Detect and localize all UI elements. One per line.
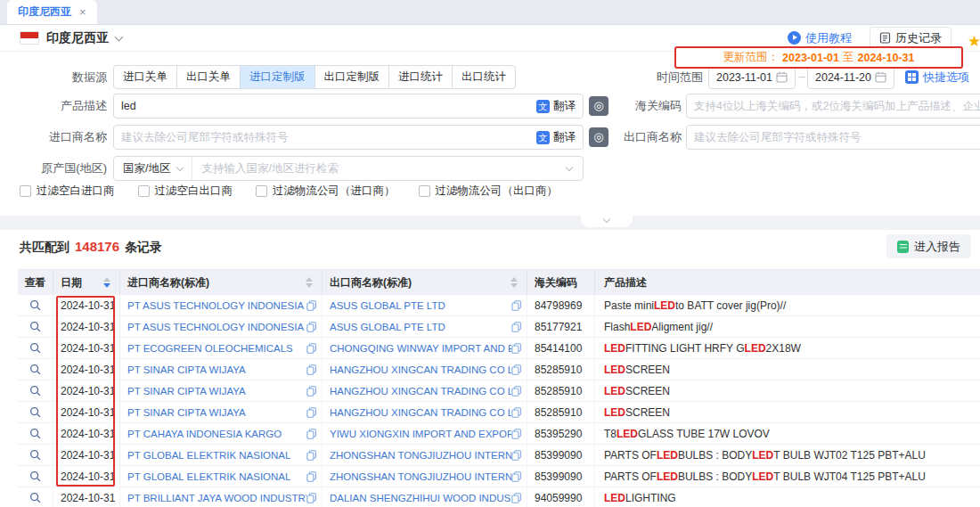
- checkbox-icon[interactable]: [256, 185, 267, 197]
- copy-icon[interactable]: [306, 450, 317, 461]
- filter-checkbox-3[interactable]: 过滤物流公司（进口商）: [256, 184, 396, 199]
- copy-icon[interactable]: [511, 493, 522, 503]
- sort-carets[interactable]: [103, 277, 110, 288]
- importer-input[interactable]: [121, 131, 536, 143]
- view-record-button[interactable]: [29, 449, 41, 461]
- copy-icon[interactable]: [511, 429, 522, 439]
- checkbox-icon[interactable]: [20, 185, 31, 197]
- exporter-link[interactable]: ZHONGSHAN TONGJIUZHOU INTERNA...: [330, 450, 511, 461]
- view-record-button[interactable]: [29, 470, 41, 482]
- filter-checkbox-2[interactable]: 过滤空白出口商: [138, 184, 233, 199]
- origin-label: 原产国(地区): [29, 156, 107, 181]
- datasource-tab-6[interactable]: 出口统计: [452, 65, 516, 89]
- exporter-link[interactable]: HANGZHOU XINGCAN TRADING CO LTD: [330, 364, 511, 375]
- importer-link[interactable]: PT ASUS TECHNOLOGY INDONESIA BA...: [127, 300, 306, 311]
- copy-icon[interactable]: [306, 364, 317, 375]
- exporter-link[interactable]: ASUS GLOBAL PTE LTD: [330, 300, 445, 311]
- copy-icon[interactable]: [306, 493, 317, 503]
- copy-icon[interactable]: [511, 450, 522, 461]
- hs-code-input[interactable]: [694, 100, 980, 112]
- sort-carets[interactable]: [510, 277, 518, 288]
- importer-link[interactable]: PT GLOBAL ELEKTRIK NASIONAL: [127, 471, 290, 482]
- table-row: 2024-10-31PT SINAR CIPTA WIJAYAHANGZHOU …: [18, 402, 980, 423]
- exporter-link[interactable]: CHONGQING WINWAY IMPORT AND E...: [330, 343, 511, 354]
- exporter-link[interactable]: HANGZHOU XINGCAN TRADING CO LTD: [330, 407, 511, 418]
- view-record-button[interactable]: [29, 406, 41, 418]
- star-icon[interactable]: ★: [968, 32, 980, 51]
- exporter-input[interactable]: [694, 131, 980, 143]
- importer-link[interactable]: PT BRILLIANT JAYA WOOD INDUSTRY: [127, 493, 306, 503]
- exporter-link[interactable]: ASUS GLOBAL PTE LTD: [330, 322, 445, 332]
- copy-icon[interactable]: [511, 300, 522, 311]
- quick-options-link[interactable]: 快捷选项: [905, 65, 969, 89]
- origin-type-dropdown[interactable]: 国家/地区: [114, 157, 192, 180]
- column-header[interactable]: 日期: [53, 270, 120, 295]
- importer-link[interactable]: PT SINAR CIPTA WIJAYA: [127, 386, 246, 397]
- copy-icon[interactable]: [306, 322, 317, 332]
- copy-icon[interactable]: [511, 364, 522, 375]
- exact-match-toggle[interactable]: ◎: [589, 127, 608, 147]
- view-record-button[interactable]: [29, 385, 41, 397]
- sort-desc-icon[interactable]: [103, 283, 110, 288]
- view-record-button[interactable]: [29, 492, 41, 503]
- exporter-link[interactable]: DALIAN SHENGZHIHUI WOOD INDUST...: [330, 493, 511, 503]
- column-header[interactable]: 出口商名称(标准): [323, 270, 527, 295]
- datasource-tab-5[interactable]: 进口统计: [388, 65, 453, 89]
- translate-button[interactable]: 文 翻译: [536, 99, 576, 114]
- copy-icon[interactable]: [511, 471, 522, 482]
- date-from-input[interactable]: 2023-11-01: [708, 65, 796, 89]
- browser-tab-indonesia[interactable]: 印度尼西亚 ×: [7, 0, 97, 24]
- sort-asc-icon[interactable]: [103, 277, 110, 282]
- view-record-button[interactable]: [29, 299, 41, 311]
- datasource-tab-2[interactable]: 出口关单: [176, 65, 241, 89]
- record-date: 2024-10-31: [53, 338, 120, 358]
- copy-icon[interactable]: [306, 429, 317, 439]
- close-icon[interactable]: ×: [79, 5, 86, 19]
- importer-link[interactable]: PT SINAR CIPTA WIJAYA: [127, 364, 246, 375]
- view-record-button[interactable]: [29, 342, 41, 354]
- record-date: 2024-10-31: [53, 466, 120, 487]
- importer-link[interactable]: PT GLOBAL ELEKTRIK NASIONAL: [127, 450, 290, 461]
- copy-icon[interactable]: [511, 322, 522, 332]
- filter-checkbox-1[interactable]: 过滤空白进口商: [20, 184, 115, 199]
- checkbox-icon[interactable]: [138, 185, 150, 197]
- datasource-tab-4[interactable]: 出口定制版: [314, 65, 390, 89]
- tutorial-link[interactable]: 使用教程: [788, 30, 852, 46]
- enter-report-button[interactable]: 进入报告: [886, 234, 971, 258]
- datasource-tab-3[interactable]: 进口定制版: [240, 65, 315, 89]
- exporter-link[interactable]: YIWU XIONGXIN IMPORT AND EXPORT...: [330, 429, 511, 439]
- exporter-link[interactable]: ZHONGSHAN TONGJIUZHOU INTERNA...: [330, 471, 511, 482]
- copy-icon[interactable]: [306, 471, 317, 482]
- copy-icon[interactable]: [306, 386, 317, 397]
- date-to-input[interactable]: 2024-11-20: [807, 65, 894, 89]
- checkbox-icon[interactable]: [419, 185, 430, 197]
- importer-link[interactable]: PT SINAR CIPTA WIJAYA: [127, 407, 246, 418]
- view-record-button[interactable]: [29, 364, 41, 375]
- origin-select[interactable]: 国家/地区 支持输入国家/地区进行检索: [113, 156, 584, 181]
- copy-icon[interactable]: [511, 343, 522, 354]
- sort-asc-icon[interactable]: [306, 277, 313, 282]
- translate-button[interactable]: 文 翻译: [536, 130, 576, 145]
- sort-asc-icon[interactable]: [510, 277, 518, 282]
- importer-link[interactable]: PT ASUS TECHNOLOGY INDONESIA BA...: [127, 322, 306, 332]
- collapse-form-button[interactable]: [581, 216, 633, 227]
- view-record-button[interactable]: [29, 321, 41, 332]
- view-record-button[interactable]: [29, 428, 41, 439]
- copy-icon[interactable]: [306, 407, 317, 418]
- exporter-link[interactable]: HANGZHOU XINGCAN TRADING CO LTD: [330, 386, 511, 397]
- sort-carets[interactable]: [306, 277, 313, 288]
- chevron-down-icon[interactable]: [115, 32, 124, 41]
- copy-icon[interactable]: [306, 300, 317, 311]
- product-desc-input[interactable]: [121, 100, 536, 112]
- copy-icon[interactable]: [511, 386, 522, 397]
- column-header[interactable]: 进口商名称(标准): [120, 270, 323, 295]
- sort-desc-icon[interactable]: [306, 283, 313, 288]
- copy-icon[interactable]: [511, 407, 522, 418]
- filter-checkbox-4[interactable]: 过滤物流公司（出口商）: [419, 184, 559, 199]
- importer-link[interactable]: PT CAHAYA INDONESIA KARGO: [127, 429, 282, 439]
- copy-icon[interactable]: [306, 343, 317, 354]
- datasource-tab-1[interactable]: 进口关单: [113, 65, 177, 89]
- exact-match-toggle[interactable]: ◎: [589, 96, 608, 116]
- importer-link[interactable]: PT ECOGREEN OLEOCHEMICALS: [127, 343, 293, 354]
- sort-desc-icon[interactable]: [510, 283, 518, 288]
